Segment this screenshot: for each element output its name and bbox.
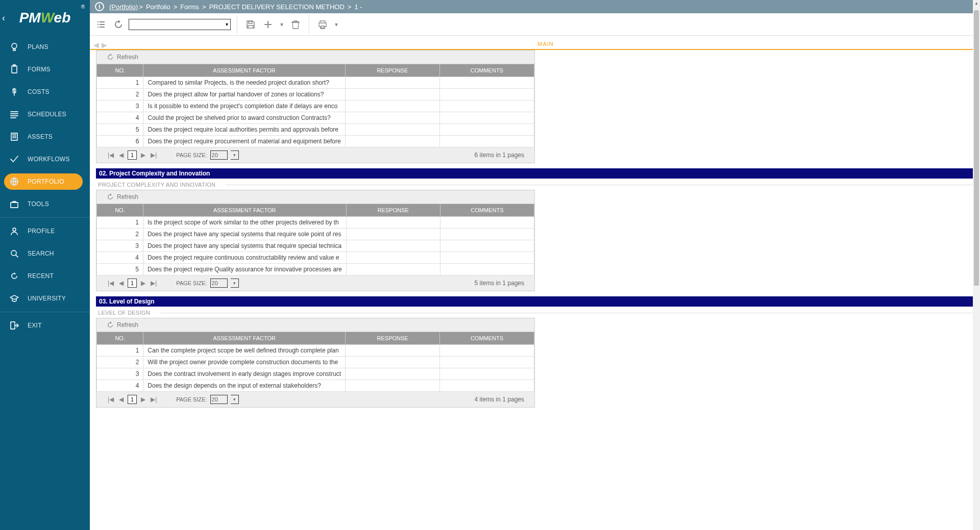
cell-comments[interactable] bbox=[440, 368, 534, 380]
cell-response[interactable] bbox=[345, 124, 439, 136]
pager-page-input[interactable] bbox=[128, 395, 137, 404]
table-row[interactable]: 4Could the project be shelved prior to a… bbox=[97, 112, 534, 124]
table-row[interactable]: 1Is the project scope of work similar to… bbox=[97, 217, 534, 229]
cell-response[interactable] bbox=[346, 345, 440, 357]
breadcrumb-part[interactable]: 1 - bbox=[354, 3, 362, 11]
sidebar-item-search[interactable]: SEARCH bbox=[0, 242, 90, 265]
cell-response[interactable] bbox=[346, 217, 440, 229]
pager-prev-icon[interactable]: ◀ bbox=[118, 396, 125, 403]
breadcrumb-part[interactable]: Forms bbox=[180, 3, 199, 11]
cell-comments[interactable] bbox=[439, 89, 534, 100]
pager-last-icon[interactable]: ▶| bbox=[150, 152, 158, 159]
cell-response[interactable] bbox=[345, 89, 439, 100]
chevron-left-icon[interactable]: ‹ bbox=[2, 13, 5, 23]
scrollbar[interactable]: ▲ bbox=[973, 0, 980, 530]
table-row[interactable]: 2Will the project owner provide complete… bbox=[97, 357, 534, 368]
refresh-icon[interactable] bbox=[107, 193, 114, 200]
sidebar-item-forms[interactable]: FORMS bbox=[0, 58, 90, 81]
cell-response[interactable] bbox=[346, 357, 440, 368]
col-no[interactable]: NO. bbox=[97, 332, 143, 345]
col-response[interactable]: RESPONSE bbox=[346, 204, 440, 217]
cell-comments[interactable] bbox=[440, 380, 534, 392]
table-row[interactable]: 2Does the project have any special syste… bbox=[97, 229, 534, 240]
refresh-label[interactable]: Refresh bbox=[117, 54, 138, 61]
pager-last-icon[interactable]: ▶| bbox=[150, 396, 158, 403]
sidebar-item-assets[interactable]: ASSETS bbox=[0, 125, 90, 148]
page-size-value[interactable]: 20 bbox=[210, 395, 228, 404]
col-response[interactable]: RESPONSE bbox=[346, 332, 440, 345]
page-size-caret-icon[interactable]: ▾ bbox=[231, 279, 239, 288]
breadcrumb-root[interactable]: (Portfolio) bbox=[109, 3, 138, 11]
breadcrumb-part[interactable]: PROJECT DELIVERY SELECTION METHOD bbox=[209, 3, 345, 11]
pager-page-input[interactable] bbox=[128, 150, 137, 160]
table-row[interactable]: 3Does the contract involvement in early … bbox=[97, 368, 534, 380]
print-icon[interactable] bbox=[315, 17, 330, 32]
info-icon[interactable]: i bbox=[95, 2, 104, 11]
cell-comments[interactable] bbox=[440, 264, 534, 275]
table-row[interactable]: 4Does the design depends on the input of… bbox=[97, 380, 534, 392]
sidebar-item-profile[interactable]: PROFILE bbox=[0, 220, 90, 242]
cell-comments[interactable] bbox=[440, 345, 534, 357]
page-size-value[interactable]: 20 bbox=[210, 279, 228, 288]
cell-response[interactable] bbox=[346, 368, 440, 380]
col-factor[interactable]: ASSESSMENT FACTOR bbox=[143, 332, 346, 345]
refresh-icon[interactable] bbox=[107, 321, 114, 329]
cell-comments[interactable] bbox=[440, 252, 534, 264]
cell-response[interactable] bbox=[346, 380, 440, 392]
col-no[interactable]: NO. bbox=[97, 64, 143, 77]
cell-response[interactable] bbox=[346, 264, 440, 275]
page-size-caret-icon[interactable]: ▾ bbox=[231, 150, 239, 160]
table-row[interactable]: 3Does the project have any special syste… bbox=[97, 240, 534, 252]
cell-response[interactable] bbox=[346, 240, 440, 252]
breadcrumb-part[interactable]: Portfolio bbox=[146, 3, 170, 11]
col-comments[interactable]: COMMENTS bbox=[440, 204, 534, 217]
save-icon[interactable] bbox=[243, 17, 258, 32]
refresh-label[interactable]: Refresh bbox=[117, 321, 138, 329]
pager-last-icon[interactable]: ▶| bbox=[150, 280, 158, 287]
cell-response[interactable] bbox=[346, 252, 440, 264]
record-selector[interactable]: ▾ bbox=[129, 19, 231, 30]
page-size-caret-icon[interactable]: ▾ bbox=[231, 395, 239, 404]
refresh-icon[interactable] bbox=[107, 54, 114, 61]
print-caret-icon[interactable]: ▾ bbox=[333, 17, 340, 32]
table-row[interactable]: 5Does the project require local authorit… bbox=[97, 124, 534, 136]
col-factor[interactable]: ASSESSMENT FACTOR bbox=[143, 204, 346, 217]
cell-comments[interactable] bbox=[439, 100, 534, 112]
sidebar-item-plans[interactable]: PLANS bbox=[0, 36, 90, 58]
table-row[interactable]: 1Compared to similar Projects, is the ne… bbox=[97, 77, 534, 89]
cell-comments[interactable] bbox=[440, 357, 534, 368]
tab-main[interactable]: MAIN bbox=[113, 39, 978, 49]
cell-comments[interactable] bbox=[439, 124, 534, 136]
table-row[interactable]: 3Is it possible to extend the project's … bbox=[97, 100, 534, 112]
sidebar-item-portfolio[interactable]: PORTFOLIO bbox=[0, 170, 90, 193]
cell-comments[interactable] bbox=[439, 112, 534, 124]
add-icon[interactable] bbox=[261, 17, 275, 32]
table-row[interactable]: 4Does the project require continuous con… bbox=[97, 252, 534, 264]
sidebar-item-exit[interactable]: EXIT bbox=[0, 314, 90, 337]
cell-response[interactable] bbox=[345, 136, 439, 147]
cell-comments[interactable] bbox=[439, 136, 534, 147]
pager-first-icon[interactable]: |◀ bbox=[107, 152, 115, 159]
col-no[interactable]: NO. bbox=[97, 204, 143, 217]
pager-prev-icon[interactable]: ◀ bbox=[118, 152, 125, 159]
sidebar-item-costs[interactable]: COSTS bbox=[0, 81, 90, 103]
sidebar-item-workflows[interactable]: WORKFLOWS bbox=[0, 148, 90, 170]
sidebar-item-tools[interactable]: TOOLS bbox=[0, 193, 90, 215]
sidebar-item-schedules[interactable]: SCHEDULES bbox=[0, 103, 90, 125]
cell-comments[interactable] bbox=[439, 77, 534, 89]
delete-icon[interactable] bbox=[288, 17, 303, 32]
list-icon[interactable] bbox=[94, 17, 108, 32]
pager-next-icon[interactable]: ▶ bbox=[140, 280, 146, 287]
col-response[interactable]: RESPONSE bbox=[345, 64, 439, 77]
cell-comments[interactable] bbox=[440, 229, 534, 240]
pager-next-icon[interactable]: ▶ bbox=[140, 396, 146, 403]
pager-first-icon[interactable]: |◀ bbox=[107, 280, 115, 287]
cell-response[interactable] bbox=[345, 112, 439, 124]
col-factor[interactable]: ASSESSMENT FACTOR bbox=[143, 64, 345, 77]
cell-response[interactable] bbox=[345, 100, 439, 112]
col-comments[interactable]: COMMENTS bbox=[439, 64, 534, 77]
sidebar-item-recent[interactable]: RECENT bbox=[0, 265, 90, 287]
history-icon[interactable] bbox=[111, 17, 126, 32]
pager-prev-icon[interactable]: ◀ bbox=[118, 280, 125, 287]
page-size-value[interactable]: 20 bbox=[210, 150, 228, 160]
